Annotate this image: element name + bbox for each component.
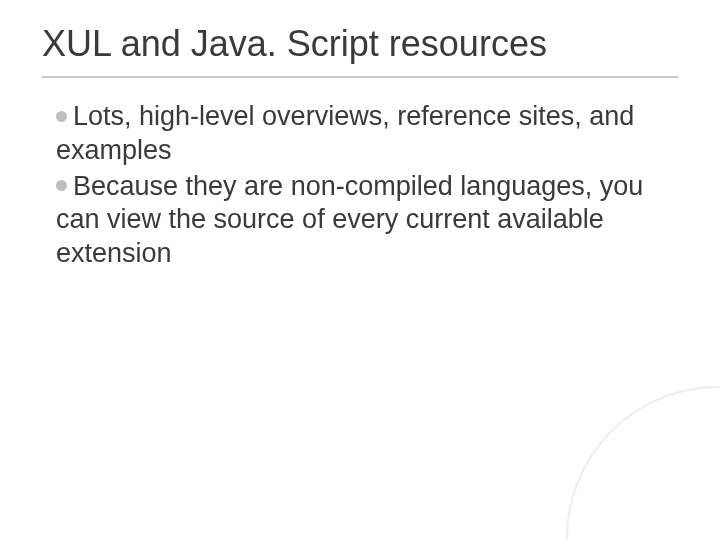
slide-title: XUL and Java. Script resources xyxy=(42,22,678,65)
bullet-item: Because they are non-compiled languages,… xyxy=(56,170,664,271)
decorative-circle xyxy=(566,386,720,540)
slide-body: Lots, high-level overviews, reference si… xyxy=(56,100,664,273)
bullet-icon xyxy=(56,180,67,191)
slide: XUL and Java. Script resources Lots, hig… xyxy=(0,0,720,540)
bullet-icon xyxy=(56,111,67,122)
bullet-text: Because they are non-compiled languages,… xyxy=(56,171,643,269)
bullet-text: Lots, high-level overviews, reference si… xyxy=(56,101,634,165)
bullet-item: Lots, high-level overviews, reference si… xyxy=(56,100,664,168)
title-underline xyxy=(42,76,678,78)
